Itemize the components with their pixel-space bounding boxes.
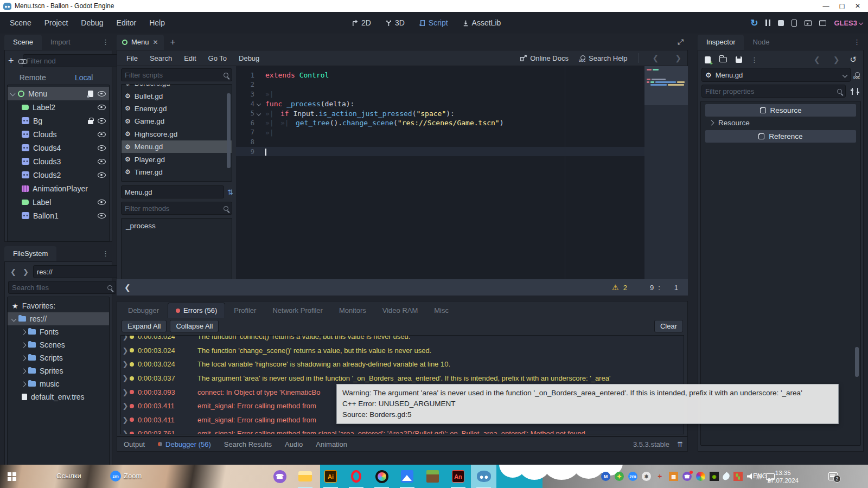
menu-help[interactable]: Help <box>143 16 171 29</box>
resource-menu-icon[interactable]: ⋮ <box>751 56 758 64</box>
bottom-bar-search-results[interactable]: Search Results <box>218 438 278 451</box>
scene-node-animationplayer[interactable]: AnimationPlayer <box>8 182 109 195</box>
fs-item-scripts[interactable]: Scripts <box>8 351 109 364</box>
links-toolbar-label[interactable]: Ссылки <box>56 472 81 480</box>
code-minimap[interactable] <box>644 66 688 279</box>
menu-project[interactable]: Project <box>38 16 75 29</box>
visibility-eye-icon[interactable] <box>98 213 106 219</box>
renderer-dropdown[interactable]: GLES3 <box>834 19 863 27</box>
tray-droplet-icon[interactable] <box>722 472 731 481</box>
expand-row-icon[interactable]: ❯ <box>121 416 130 424</box>
menu-editor[interactable]: Editor <box>110 16 143 29</box>
visibility-eye-icon[interactable] <box>98 105 106 110</box>
tray-icon-6[interactable]: ☎ <box>682 472 692 481</box>
warning-icon[interactable]: ⚠ <box>612 283 619 292</box>
play-custom-scene-button[interactable] <box>819 20 826 26</box>
script-item-enemy-gd[interactable]: ⚙Enemy.gd <box>122 102 232 115</box>
inspector-tools-icon[interactable] <box>852 88 858 95</box>
minimize-button[interactable]: — <box>823 2 829 10</box>
new-tab-button[interactable]: + <box>164 37 182 50</box>
pause-button[interactable] <box>765 20 770 26</box>
local-toggle[interactable]: Local <box>59 73 110 82</box>
history-forward-icon[interactable]: ❯ <box>672 54 684 62</box>
expand-row-icon[interactable]: ❯ <box>121 360 130 368</box>
close-tab-icon[interactable]: ✕ <box>153 38 158 46</box>
script-menu-search[interactable]: Search <box>144 52 178 65</box>
zoom-app-label[interactable]: Zoom <box>124 472 142 480</box>
new-resource-icon[interactable] <box>705 56 711 63</box>
fs-item-res[interactable]: res:// <box>8 312 109 325</box>
filter-scripts-input[interactable] <box>121 68 232 81</box>
expander-icon[interactable] <box>10 91 16 97</box>
collapse-all-button[interactable]: Collapse All <box>170 320 219 332</box>
tray-icon-8[interactable]: ◉ <box>710 472 719 481</box>
fs-item-default-env-tres[interactable]: default_env.tres <box>8 390 109 403</box>
scene-node-bg[interactable]: Bg <box>8 114 109 127</box>
inspector-section-reference[interactable]: Reference <box>705 130 856 143</box>
remote-toggle[interactable]: Remote <box>7 73 59 82</box>
error-row-3[interactable]: ❯0:00:03.037The argument 'area' is never… <box>121 371 684 386</box>
notification-icon[interactable]: 2 <box>828 472 838 480</box>
open-docs-icon[interactable] <box>854 72 860 78</box>
expand-arrow-icon[interactable] <box>21 342 27 348</box>
debugger-tab-video-ram[interactable]: Video RAM <box>375 303 426 318</box>
dock-menu-icon[interactable]: ⋮ <box>102 249 109 258</box>
script-item-timer-gd[interactable]: ⚙Timer.gd <box>122 166 232 178</box>
expand-arrow-icon[interactable] <box>21 355 27 361</box>
workspace-assetlib[interactable]: AssetLib <box>458 17 506 29</box>
close-button[interactable]: ✕ <box>855 2 860 10</box>
play-button[interactable] <box>792 20 797 27</box>
expand-row-icon[interactable]: ❯ <box>121 374 130 382</box>
filter-nodes-input[interactable] <box>23 54 131 67</box>
debugger-tab-network-profiler[interactable]: Network Profiler <box>265 303 330 318</box>
filter-properties-input[interactable] <box>701 85 846 98</box>
script-scene-tab[interactable]: Menu ✕ <box>117 35 164 50</box>
distraction-free-icon[interactable]: ⤢ <box>678 37 684 47</box>
script-item-borders-gd[interactable]: ⚙Borders.gd <box>122 84 232 89</box>
scene-node-clouds2[interactable]: Clouds2 <box>8 168 109 182</box>
fs-forward-button[interactable]: ❯ <box>21 268 31 276</box>
expand-arrow-icon[interactable] <box>21 329 27 335</box>
tray-icon-3[interactable]: ✱ <box>642 472 651 481</box>
taskbar-app-an[interactable]: An <box>445 465 471 488</box>
workspace-script[interactable]: Script <box>414 17 452 29</box>
expand-all-button[interactable]: Expand All <box>122 320 167 332</box>
search-help-button[interactable]: Search Help <box>579 54 628 62</box>
lock-icon[interactable] <box>88 120 93 124</box>
error-row-7[interactable]: ❯0:00:03.761emit_signal: Error calling m… <box>121 427 684 434</box>
code-editor[interactable]: 1extends Control23»|4func _process(delta… <box>236 66 688 279</box>
script-item-menu-gd[interactable]: ⚙Menu.gd <box>122 140 232 153</box>
scene-node-label2[interactable]: Label2 <box>8 100 109 114</box>
visibility-eye-icon[interactable] <box>98 91 106 97</box>
script-item-game-gd[interactable]: ⚙Game.gd <box>122 115 232 127</box>
fs-back-button[interactable]: ❮ <box>8 268 18 276</box>
language-indicator[interactable]: ENG <box>753 472 767 480</box>
taskbar-app-photos[interactable] <box>394 465 420 488</box>
play-scene-button[interactable] <box>805 20 812 26</box>
scene-node-ballon1[interactable]: Ballon1 <box>8 209 109 222</box>
visibility-eye-icon[interactable] <box>98 172 106 178</box>
clear-button[interactable]: Clear <box>654 320 683 332</box>
scene-node-menu[interactable]: Menu <box>8 87 109 100</box>
sort-methods-icon[interactable]: ⇅ <box>227 188 233 196</box>
tab-node[interactable]: Node <box>744 35 778 50</box>
inspector-fold-resource[interactable]: Resource <box>702 117 859 129</box>
inspector-back-icon[interactable]: ❮ <box>811 55 823 64</box>
code-line-9[interactable]: 9 <box>236 147 644 157</box>
menu-scene[interactable]: Scene <box>3 16 38 29</box>
error-row-1[interactable]: ❯0:00:03.024The function 'change_scene()… <box>121 344 684 358</box>
expander-icon[interactable] <box>11 316 17 322</box>
inspector-section-resource[interactable]: Resource <box>705 104 856 117</box>
fs-item-favorites[interactable]: ★Favorites: <box>8 299 109 312</box>
tray-icon-1[interactable]: ✚ <box>615 472 624 481</box>
code-line-7[interactable]: 7»| <box>236 128 688 138</box>
code-line-4[interactable]: 4func _process(delta): <box>236 99 688 109</box>
workspace-3d[interactable]: 3D <box>381 17 409 29</box>
scene-node-clouds[interactable]: Clouds <box>8 127 109 141</box>
taskbar-clock[interactable]: 13:35 27.07.2024 <box>767 469 799 484</box>
visibility-eye-icon[interactable] <box>98 118 106 124</box>
filter-methods-input[interactable] <box>121 202 232 215</box>
tray-icon-0[interactable]: M <box>601 472 610 481</box>
expand-row-icon[interactable]: ❯ <box>121 402 130 410</box>
fold-arrow-icon[interactable] <box>257 111 261 115</box>
